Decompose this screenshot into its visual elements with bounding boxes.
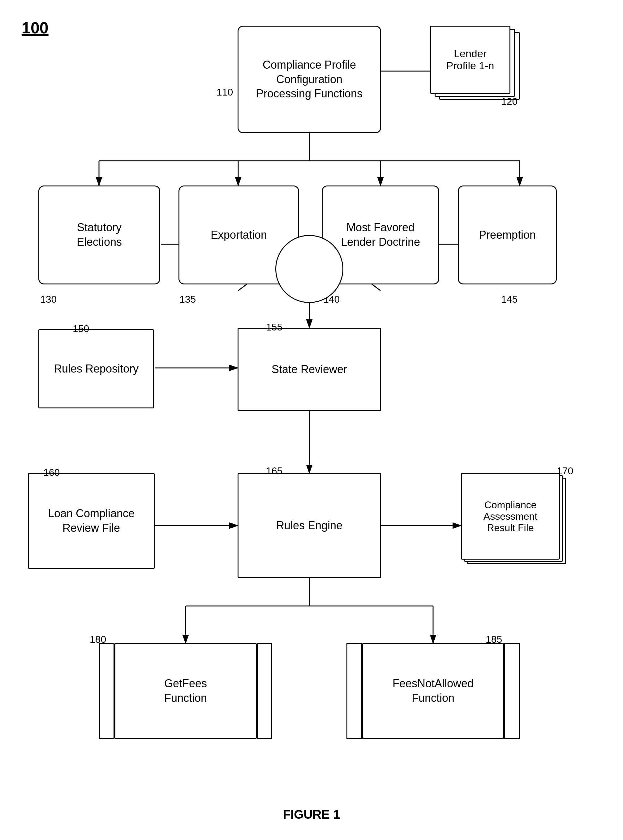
compliance-profile-box: Compliance Profile Configuration Process… — [238, 26, 381, 133]
diagram-container: 100 Compliance Profile Configuration Pro… — [0, 0, 623, 840]
rules-engine-label: Rules Engine — [276, 519, 342, 533]
get-fees-label: GetFees Function — [164, 676, 207, 705]
merge-circle — [275, 235, 343, 303]
rules-repository-label: Rules Repository — [54, 362, 138, 376]
fees-not-allowed-id: 185 — [486, 634, 502, 645]
compliance-profile-id: 110 — [216, 87, 233, 98]
rules-engine-box: Rules Engine — [238, 473, 381, 578]
fees-not-allowed-container: FeesNotAllowed Function — [347, 643, 520, 739]
lender-profile-label: Lender Profile 1-n — [447, 47, 494, 72]
loan-compliance-box: Loan Compliance Review File — [28, 473, 155, 569]
statutory-elections-id: 130 — [40, 294, 57, 305]
preemption-label: Preemption — [479, 228, 536, 242]
lender-profile-id: 120 — [501, 96, 517, 107]
preemption-id: 145 — [501, 294, 517, 305]
preemption-box: Preemption — [458, 185, 557, 285]
compliance-assessment-label: Compliance Assessment Result File — [483, 499, 537, 534]
loan-compliance-id: 160 — [43, 467, 60, 478]
compliance-assessment-stack: Compliance Assessment Result File — [461, 473, 572, 569]
figure-label: FIGURE 1 — [0, 808, 623, 822]
rules-engine-id: 165 — [266, 465, 282, 477]
compliance-profile-label: Compliance Profile Configuration Process… — [256, 58, 362, 101]
get-fees-container: GetFees Function — [99, 643, 272, 739]
exportation-id: 135 — [180, 294, 196, 305]
state-reviewer-id: 155 — [266, 321, 282, 333]
rules-repository-id: 150 — [73, 323, 89, 335]
lender-profile-stack: Lender Profile 1-n — [430, 26, 523, 106]
statutory-elections-box: Statutory Elections — [38, 185, 160, 285]
statutory-elections-label: Statutory Elections — [77, 220, 122, 249]
state-reviewer-box: State Reviewer — [238, 328, 381, 411]
most-favored-label: Most Favored Lender Doctrine — [341, 220, 420, 249]
fees-not-allowed-label: FeesNotAllowed Function — [393, 676, 474, 705]
state-reviewer-label: State Reviewer — [272, 362, 347, 377]
rules-repository-box: Rules Repository — [38, 329, 154, 409]
diagram-ref: 100 — [21, 18, 49, 37]
exportation-label: Exportation — [211, 228, 267, 242]
get-fees-id: 180 — [90, 634, 106, 645]
compliance-assessment-id: 170 — [557, 465, 573, 477]
loan-compliance-label: Loan Compliance Review File — [48, 506, 135, 536]
